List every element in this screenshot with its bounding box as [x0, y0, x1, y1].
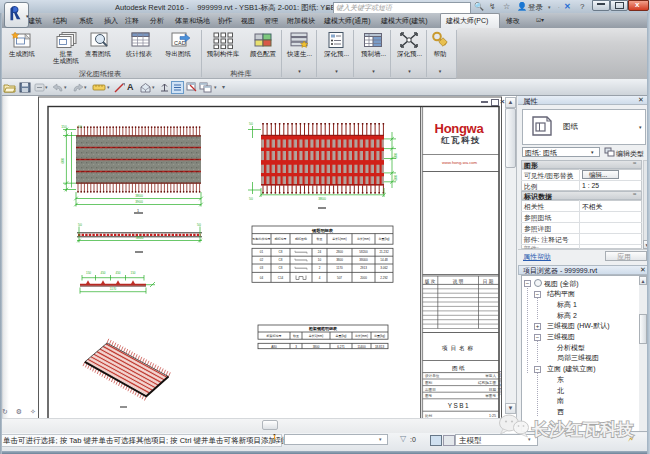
svg-text:www.hong-wa.com: www.hong-wa.com	[442, 160, 478, 165]
svg-text:1: 1	[137, 209, 139, 213]
svg-text:3800: 3800	[336, 258, 343, 262]
svg-text:38000: 38000	[359, 258, 368, 262]
svg-text:总重(kg): 总重(kg)	[377, 237, 389, 241]
svg-text:3800: 3800	[136, 236, 144, 240]
svg-text:出图日: 出图日	[425, 388, 436, 392]
svg-text:2800: 2800	[336, 250, 343, 254]
svg-text:比例: 比例	[425, 414, 433, 418]
svg-text:钢筋图例: 钢筋图例	[294, 237, 307, 241]
svg-text:单重(kg): 单重(kg)	[335, 334, 346, 338]
svg-text:CAD: CAD	[174, 40, 186, 46]
svg-text:单长L(mm): 单长L(mm)	[309, 334, 324, 338]
svg-text:3800: 3800	[135, 194, 143, 198]
svg-text:总长(mm): 总长(mm)	[354, 334, 368, 338]
svg-text:3.062: 3.062	[380, 266, 388, 270]
svg-text:50: 50	[78, 125, 82, 129]
svg-text:C8: C8	[279, 258, 283, 262]
svg-text:单长L(mm): 单长L(mm)	[332, 237, 347, 241]
svg-text:150: 150	[86, 271, 91, 275]
svg-text:预制构件编号: 预制构件编号	[253, 237, 271, 241]
svg-text:50: 50	[78, 223, 82, 227]
svg-text:1170: 1170	[110, 287, 117, 291]
svg-text:01: 01	[260, 250, 264, 254]
svg-text:150: 150	[61, 125, 67, 129]
svg-text:版 次: 版 次	[425, 278, 436, 285]
svg-text:2913: 2913	[360, 266, 367, 270]
svg-text:C8: C8	[279, 266, 283, 270]
svg-text:03: 03	[260, 266, 264, 270]
svg-text:02: 02	[260, 258, 264, 262]
svg-text:10: 10	[318, 258, 322, 262]
svg-text:58200: 58200	[359, 250, 368, 254]
svg-text:审定人: 审定人	[485, 373, 496, 378]
svg-text:图号: 图号	[425, 394, 433, 398]
svg-text:450: 450	[100, 271, 105, 275]
svg-text:600: 600	[394, 153, 398, 159]
svg-text:日期: 日期	[489, 388, 497, 392]
svg-text:6.271: 6.271	[337, 345, 345, 349]
svg-text:A80: A80	[271, 345, 277, 349]
svg-text:600: 600	[61, 158, 65, 164]
svg-text:50: 50	[249, 197, 253, 201]
svg-text:150: 150	[130, 271, 135, 275]
svg-text:14.48: 14.48	[380, 258, 388, 262]
svg-text:3800: 3800	[318, 197, 326, 201]
svg-text:C14: C14	[278, 276, 284, 280]
svg-text:2.292: 2.292	[380, 276, 388, 280]
svg-text:钢筋编号: 钢筋编号	[274, 237, 287, 241]
svg-text:审图号: 审图号	[485, 393, 496, 398]
svg-text:18.813: 18.813	[375, 345, 385, 349]
svg-text:项目名称: 项目名称	[442, 345, 476, 352]
svg-text:2000: 2000	[360, 276, 367, 280]
svg-text:24: 24	[318, 250, 322, 254]
svg-text:04: 04	[260, 276, 264, 280]
svg-text:设计单位: 设计单位	[425, 373, 440, 378]
svg-text:50: 50	[249, 122, 253, 126]
svg-text:总重(kg): 总重(kg)	[373, 334, 385, 338]
svg-text:总长(mm): 总长(mm)	[356, 237, 370, 241]
svg-text:红瓦科技: 红瓦科技	[440, 135, 481, 145]
svg-text:数量: 数量	[317, 237, 323, 241]
svg-text:图纸: 图纸	[452, 365, 466, 371]
svg-text:YSB1-标高2-001: YSB1-标高2-001	[498, 371, 502, 396]
svg-text:450: 450	[115, 271, 120, 275]
svg-text:桁架筋编号: 桁架筋编号	[267, 334, 282, 338]
svg-text:C8: C8	[279, 250, 283, 254]
svg-text:507: 507	[337, 276, 342, 280]
svg-text:3900: 3900	[135, 200, 143, 204]
svg-text:1170: 1170	[336, 266, 343, 270]
svg-text:11400: 11400	[357, 345, 365, 349]
svg-text:长沙红瓦科技: 长沙红瓦科技	[531, 420, 634, 438]
svg-text:21.232: 21.232	[379, 250, 389, 254]
svg-text:50: 50	[197, 223, 201, 227]
svg-text:结构施工图: 结构施工图	[478, 381, 496, 385]
svg-text:600: 600	[394, 175, 398, 181]
svg-text:图别: 图别	[425, 381, 433, 385]
svg-text:3800: 3800	[313, 345, 320, 349]
svg-text:YSB1: YSB1	[448, 402, 470, 409]
svg-text:数量: 数量	[293, 334, 299, 338]
